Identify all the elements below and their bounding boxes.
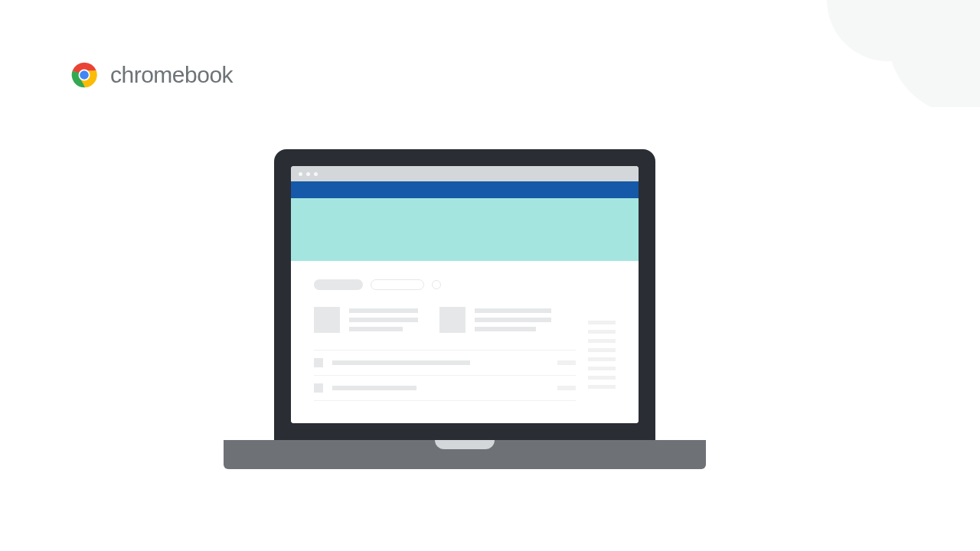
placeholder-line <box>349 308 418 313</box>
list-row <box>314 350 576 376</box>
svg-point-5 <box>80 70 89 80</box>
brand-logo: chromebook <box>69 60 233 90</box>
main-column <box>314 279 576 405</box>
card-thumbnail <box>439 307 466 333</box>
cloud-decoration <box>750 0 980 107</box>
placeholder-line <box>557 360 576 365</box>
placeholder-line <box>475 318 551 322</box>
placeholder-line <box>349 327 403 331</box>
window-control-dot <box>306 172 310 176</box>
placeholder-line <box>588 330 616 334</box>
placeholder-line <box>332 360 470 365</box>
content-card <box>439 307 551 333</box>
browser-titlebar <box>291 166 639 181</box>
toolbar-pill <box>314 279 363 290</box>
card-row <box>314 307 576 333</box>
page-hero-banner <box>291 198 639 261</box>
window-control-dot <box>314 172 318 176</box>
placeholder-line <box>557 386 576 390</box>
placeholder-line <box>349 318 418 322</box>
chrome-icon <box>69 60 100 90</box>
laptop-base <box>224 440 706 469</box>
content-card <box>314 307 418 333</box>
side-column <box>588 279 616 405</box>
window-control-dot <box>299 172 302 176</box>
content-toolbar <box>314 279 576 290</box>
row-icon <box>314 358 323 367</box>
page-content <box>291 261 639 423</box>
placeholder-line <box>588 367 616 370</box>
placeholder-line <box>475 327 536 331</box>
laptop-notch <box>435 440 495 449</box>
placeholder-line <box>588 339 616 343</box>
list-rows <box>314 350 576 401</box>
laptop-illustration <box>274 149 706 469</box>
placeholder-line <box>588 348 616 352</box>
row-icon <box>314 383 323 393</box>
toolbar-circle <box>432 280 441 289</box>
placeholder-line <box>588 376 616 380</box>
page-nav-bar <box>291 181 639 198</box>
card-thumbnail <box>314 307 340 333</box>
toolbar-pill-outline <box>371 279 424 290</box>
placeholder-line <box>588 357 616 361</box>
laptop-screen-bezel <box>274 149 655 440</box>
card-text-lines <box>349 307 418 333</box>
brand-name: chromebook <box>110 62 233 88</box>
placeholder-line <box>588 385 616 389</box>
screen-content <box>291 166 639 423</box>
placeholder-line <box>332 386 416 390</box>
placeholder-line <box>588 321 616 324</box>
placeholder-line <box>475 308 551 313</box>
list-row <box>314 376 576 401</box>
card-text-lines <box>475 307 551 333</box>
